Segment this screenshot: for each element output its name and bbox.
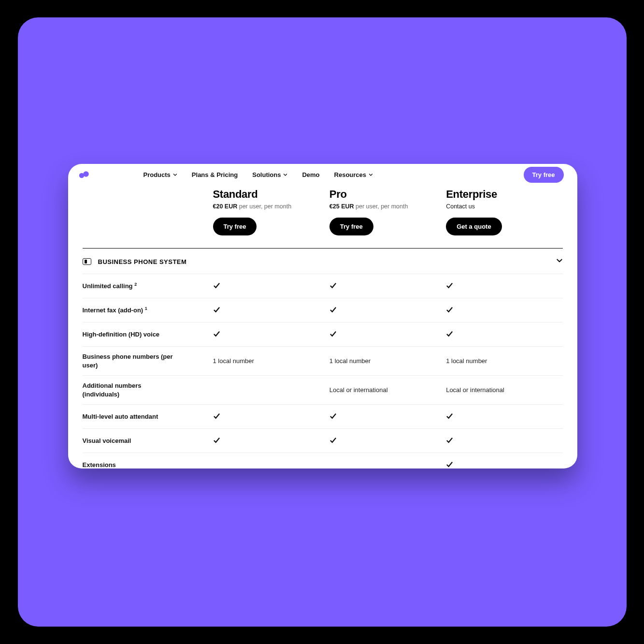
feature-cell	[329, 306, 446, 315]
feature-cell	[329, 282, 446, 291]
plan-price: €20 EUR per user, per month	[213, 203, 329, 210]
footnote-ref: 2	[134, 282, 137, 287]
feature-cell: 1 local number	[329, 357, 446, 365]
plan-name: Enterprise	[446, 188, 562, 201]
feature-cell	[213, 330, 329, 339]
feature-cell: Local or international	[446, 386, 562, 394]
check-icon	[213, 414, 220, 421]
top-nav: ProductsPlans & PricingSolutionsDemoReso…	[68, 164, 577, 185]
feature-row: Business phone numbers (per user) 1 loca…	[83, 346, 563, 375]
footnote-ref: 1	[145, 306, 147, 311]
check-icon	[446, 462, 453, 468]
check-icon	[213, 283, 220, 291]
check-icon	[446, 414, 453, 421]
plan-enterprise: Enterprise Contact us Get a quote	[446, 185, 562, 235]
plan-standard: Standard €20 EUR per user, per month Try…	[213, 185, 329, 235]
feature-cell	[446, 412, 562, 421]
plan-price: €25 EUR per user, per month	[329, 203, 446, 210]
check-icon	[213, 438, 220, 445]
check-icon	[329, 438, 337, 445]
feature-label: Unlimited calling 2	[83, 276, 179, 296]
check-icon	[329, 414, 337, 421]
check-icon	[329, 283, 337, 291]
feature-cell	[446, 306, 562, 315]
nav-item-label: Solutions	[252, 171, 281, 178]
plan-pro-cta-button[interactable]: Try free	[329, 218, 373, 235]
chevron-down-icon	[556, 257, 563, 266]
brand-logo	[79, 170, 90, 179]
nav-item-plans-pricing[interactable]: Plans & Pricing	[192, 171, 238, 178]
check-icon	[446, 332, 453, 339]
feature-cell	[213, 437, 329, 445]
plan-standard-cta-button[interactable]: Try free	[213, 218, 257, 235]
feature-label: High-definition (HD) voice	[83, 324, 179, 345]
feature-cell	[446, 330, 562, 339]
plan-pro: Pro €25 EUR per user, per month Try free	[329, 185, 446, 235]
plan-price: Contact us	[446, 203, 562, 210]
feature-row: High-definition (HD) voice	[83, 322, 563, 346]
feature-cell	[213, 412, 329, 421]
feature-cell	[213, 282, 329, 291]
feature-label: Business phone numbers (per user)	[83, 347, 179, 375]
plan-name: Standard	[213, 188, 329, 201]
feature-row: Internet fax (add-on) 1	[83, 298, 563, 322]
feature-label: Visual voicemail	[83, 431, 179, 451]
check-icon	[213, 307, 220, 315]
check-icon	[446, 307, 453, 315]
phone-system-icon	[83, 258, 91, 265]
feature-label: Extensions	[83, 455, 179, 468]
nav-item-label: Plans & Pricing	[192, 171, 238, 178]
plan-enterprise-cta-button[interactable]: Get a quote	[446, 218, 502, 235]
nav-item-products[interactable]: Products	[143, 171, 177, 178]
feature-label: Multi-level auto attendant	[83, 407, 179, 427]
section-title: BUSINESS PHONE SYSTEM	[98, 258, 187, 265]
feature-cell	[213, 306, 329, 315]
feature-cell	[329, 330, 446, 339]
feature-cell: 1 local number	[446, 357, 562, 365]
nav-item-solutions[interactable]: Solutions	[252, 171, 287, 178]
section-toggle[interactable]: BUSINESS PHONE SYSTEM	[83, 249, 563, 274]
feature-cell	[446, 437, 562, 445]
plan-name: Pro	[329, 188, 446, 201]
feature-cell: Local or international	[329, 386, 446, 394]
check-icon	[329, 307, 337, 315]
chevron-down-icon	[283, 171, 287, 178]
check-icon	[446, 283, 453, 291]
svg-point-1	[83, 171, 89, 177]
nav-item-label: Demo	[302, 171, 319, 178]
check-icon	[213, 332, 220, 339]
feature-row: Multi-level auto attendant	[83, 404, 563, 428]
feature-row: Additional numbers (individuals) Local o…	[83, 375, 563, 404]
pricing-card: ProductsPlans & PricingSolutionsDemoReso…	[68, 164, 577, 468]
feature-cell: 1 local number	[213, 357, 329, 365]
check-icon	[329, 332, 337, 339]
feature-row: Visual voicemail	[83, 428, 563, 453]
feature-cell	[329, 437, 446, 445]
feature-row: Extensions	[83, 453, 563, 468]
feature-row: Unlimited calling 2	[83, 274, 563, 298]
feature-label: Internet fax (add-on) 1	[83, 300, 179, 321]
nav-item-demo[interactable]: Demo	[302, 171, 319, 178]
chevron-down-icon	[173, 171, 177, 178]
feature-cell	[446, 461, 562, 468]
feature-cell	[446, 282, 562, 291]
nav-item-label: Resources	[334, 171, 366, 178]
nav-try-free-button[interactable]: Try free	[524, 167, 564, 183]
nav-item-resources[interactable]: Resources	[334, 171, 373, 178]
nav-item-label: Products	[143, 171, 171, 178]
feature-label: Additional numbers (individuals)	[83, 376, 179, 404]
check-icon	[446, 438, 453, 445]
feature-cell	[329, 412, 446, 421]
chevron-down-icon	[369, 171, 373, 178]
plan-header-row: Standard €20 EUR per user, per month Try…	[83, 185, 563, 235]
